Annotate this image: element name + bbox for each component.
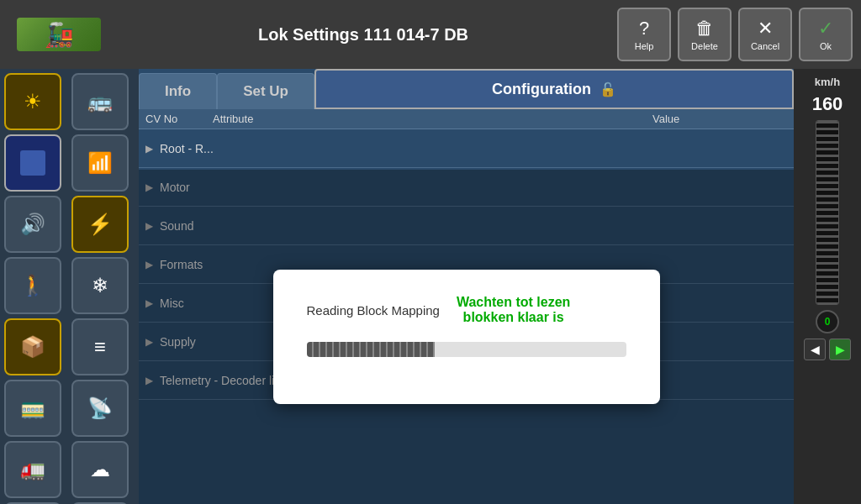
- main-container: ☀ 🚌 📶 🔊 ⚡ 🚶 ❄ 📦 ≡ 🚃: [0, 69, 861, 504]
- right-sidebar: km/h 160 0 ◀ ▶: [794, 69, 861, 504]
- table-body: ▶ Root - R... ▶ Motor ▶ Sound ▶ Formats …: [139, 129, 794, 504]
- speed-bar[interactable]: [816, 120, 839, 305]
- direction-controls: ◀ ▶: [804, 339, 851, 360]
- sidebar-icon-truck[interactable]: 🚛: [4, 441, 61, 498]
- col-header-val: Value: [652, 113, 787, 125]
- logo: [8, 9, 109, 60]
- ok-icon: ✓: [818, 18, 833, 39]
- progress-bar-fill: [307, 342, 435, 357]
- modal-content-row: Reading Block Mapping Wachten tot lezen …: [307, 295, 626, 325]
- lock-icon: 🔓: [600, 81, 616, 97]
- sidebar-icon-speaker[interactable]: 🔊: [4, 196, 61, 253]
- modal-box: Reading Block Mapping Wachten tot lezen …: [273, 270, 660, 404]
- speed-unit-label: km/h: [815, 76, 840, 88]
- sidebar-icon-sun[interactable]: ☀: [4, 73, 61, 130]
- row-expand-icon: ▶: [145, 143, 153, 155]
- delete-button[interactable]: 🗑 Delete: [678, 8, 732, 61]
- page-title: Lok Settings 111 014-7 DB: [109, 25, 617, 45]
- col-header-cvno: CV No: [145, 113, 213, 125]
- modal-label: Reading Block Mapping: [307, 303, 440, 318]
- sidebar-icon-square[interactable]: [4, 134, 61, 192]
- delete-icon: 🗑: [695, 18, 714, 39]
- progress-bar-container: [307, 342, 626, 357]
- cancel-button[interactable]: ✕ Cancel: [738, 8, 792, 61]
- col-header-attr: Attribute: [213, 113, 652, 125]
- sidebar-icon-wifi[interactable]: 📶: [71, 134, 129, 192]
- sidebar-icon-lightning[interactable]: ⚡: [71, 196, 129, 253]
- left-sidebar: ☀ 🚌 📶 🔊 ⚡ 🚶 ❄ 📦 ≡ 🚃: [0, 69, 139, 504]
- tabs-row: Info Set Up Configuration 🔓: [139, 69, 794, 109]
- sidebar-icon-layers[interactable]: ≡: [71, 318, 129, 375]
- direction-right-button[interactable]: ▶: [829, 339, 851, 360]
- help-button[interactable]: ? Help: [617, 8, 671, 61]
- sidebar-icon-cloud[interactable]: ☁: [71, 441, 129, 498]
- modal-status: Wachten tot lezen blokken klaar is: [457, 295, 570, 325]
- sidebar-icon-box[interactable]: 📦: [4, 318, 61, 375]
- tab-setup[interactable]: Set Up: [217, 73, 314, 109]
- header-buttons: ? Help 🗑 Delete ✕ Cancel ✓ Ok: [617, 8, 853, 61]
- sidebar-icon-person[interactable]: 🚶: [4, 257, 61, 314]
- sidebar-icon-tram[interactable]: 🚃: [4, 380, 61, 437]
- speed-bar-marks: [816, 121, 838, 304]
- loco-image: [17, 18, 101, 51]
- center-content: Info Set Up Configuration 🔓 CV No Attrib…: [139, 69, 794, 504]
- sidebar-icon-signal[interactable]: 📡: [71, 380, 129, 437]
- modal-overlay: Reading Block Mapping Wachten tot lezen …: [139, 170, 794, 504]
- help-icon: ?: [639, 18, 649, 39]
- direction-left-button[interactable]: ◀: [804, 339, 826, 360]
- sidebar-icon-fan[interactable]: ❄: [71, 257, 129, 314]
- header: Lok Settings 111 014-7 DB ? Help 🗑 Delet…: [0, 0, 861, 69]
- table-row[interactable]: ▶ Root - R...: [139, 129, 794, 168]
- cancel-icon: ✕: [758, 18, 773, 39]
- tab-info[interactable]: Info: [139, 73, 217, 109]
- ok-button[interactable]: ✓ Ok: [799, 8, 853, 61]
- speed-value: 160: [812, 93, 843, 115]
- table-header: CV No Attribute Value: [139, 109, 794, 129]
- speed-indicator: 0: [816, 310, 839, 333]
- tab-configuration[interactable]: Configuration 🔓: [314, 69, 794, 109]
- sidebar-icon-bus[interactable]: 🚌: [71, 73, 129, 130]
